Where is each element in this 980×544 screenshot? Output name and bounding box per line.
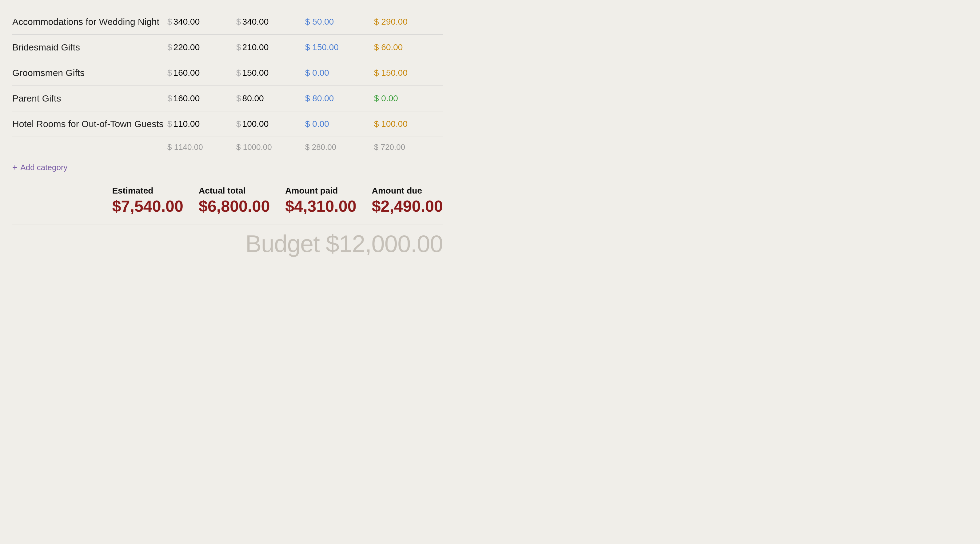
row-paid-0: $ 50.00 [305, 9, 374, 35]
dollar-icon: $ [236, 119, 241, 129]
row-name-2: Groomsmen Gifts [12, 60, 167, 86]
grand-budget: Budget $12,000.00 [12, 225, 443, 258]
subtotal-paid: $ 280.00 [305, 137, 374, 158]
footer-summary: Estimated $7,540.00 Actual total $6,800.… [12, 186, 443, 215]
main-container: Accommodations for Wedding Night $340.00… [12, 9, 443, 258]
summary-col-3: Amount due $2,490.00 [372, 186, 443, 215]
dollar-icon: $ [374, 17, 381, 27]
subtotals-row: $ 1140.00 $ 1000.00 $ 280.00 $ 720.00 [12, 137, 443, 158]
budget-table: Accommodations for Wedding Night $340.00… [12, 9, 443, 158]
dollar-icon: $ [305, 43, 312, 52]
row-paid-2: $ 0.00 [305, 60, 374, 86]
row-name-0: Accommodations for Wedding Night [12, 9, 167, 35]
row-actual-2: $150.00 [236, 60, 305, 86]
dollar-icon: $ [236, 68, 241, 78]
dollar-icon: $ [374, 68, 381, 78]
row-estimated-1: $220.00 [167, 35, 236, 60]
dollar-icon: $ [374, 94, 381, 103]
row-paid-4: $ 0.00 [305, 112, 374, 137]
subtotal-estimated: $ 1140.00 [167, 137, 236, 158]
dollar-icon: $ [374, 119, 381, 129]
row-due-4: $ 100.00 [374, 112, 443, 137]
table-row: Groomsmen Gifts $160.00 $150.00 $ 0.00 $… [12, 60, 443, 86]
row-name-3: Parent Gifts [12, 86, 167, 112]
row-due-2: $ 150.00 [374, 60, 443, 86]
plus-icon: + [12, 163, 17, 172]
summary-label-3: Amount due [372, 186, 443, 196]
summary-label-2: Amount paid [285, 186, 356, 196]
dollar-icon: $ [167, 119, 172, 129]
table-row: Parent Gifts $160.00 $80.00 $ 80.00 $ 0.… [12, 86, 443, 112]
summary-value-3: $2,490.00 [372, 197, 443, 215]
row-estimated-3: $160.00 [167, 86, 236, 112]
dollar-icon: $ [305, 94, 312, 103]
row-name-4: Hotel Rooms for Out-of-Town Guests [12, 112, 167, 137]
summary-label-1: Actual total [199, 186, 270, 196]
dollar-icon: $ [236, 43, 241, 52]
summary-label-0: Estimated [112, 186, 183, 196]
subtotal-due: $ 720.00 [374, 137, 443, 158]
row-actual-0: $340.00 [236, 9, 305, 35]
summary-value-2: $4,310.00 [285, 197, 356, 215]
subtotal-empty [12, 137, 167, 158]
add-category-button[interactable]: + Add category [12, 163, 68, 172]
row-actual-4: $100.00 [236, 112, 305, 137]
summary-col-0: Estimated $7,540.00 [112, 186, 183, 215]
dollar-icon: $ [305, 68, 312, 78]
row-estimated-4: $110.00 [167, 112, 236, 137]
dollar-icon: $ [167, 43, 172, 52]
summary-col-1: Actual total $6,800.00 [199, 186, 270, 215]
dollar-icon: $ [374, 43, 381, 52]
table-row: Bridesmaid Gifts $220.00 $210.00 $ 150.0… [12, 35, 443, 60]
dollar-icon: $ [167, 94, 172, 103]
dollar-icon: $ [305, 119, 312, 129]
subtotal-actual: $ 1000.00 [236, 137, 305, 158]
dollar-icon: $ [236, 94, 241, 103]
row-paid-1: $ 150.00 [305, 35, 374, 60]
add-category-row: + Add category [12, 158, 443, 180]
summary-col-2: Amount paid $4,310.00 [285, 186, 356, 215]
row-estimated-2: $160.00 [167, 60, 236, 86]
dollar-icon: $ [167, 17, 172, 27]
row-actual-3: $80.00 [236, 86, 305, 112]
table-row: Accommodations for Wedding Night $340.00… [12, 9, 443, 35]
row-due-3: $ 0.00 [374, 86, 443, 112]
dollar-icon: $ [236, 17, 241, 27]
dollar-icon: $ [167, 68, 172, 78]
table-row: Hotel Rooms for Out-of-Town Guests $110.… [12, 112, 443, 137]
row-due-0: $ 290.00 [374, 9, 443, 35]
row-estimated-0: $340.00 [167, 9, 236, 35]
row-paid-3: $ 80.00 [305, 86, 374, 112]
summary-value-1: $6,800.00 [199, 197, 270, 215]
summary-value-0: $7,540.00 [112, 197, 183, 215]
row-due-1: $ 60.00 [374, 35, 443, 60]
dollar-icon: $ [305, 17, 312, 27]
row-name-1: Bridesmaid Gifts [12, 35, 167, 60]
add-category-label: Add category [20, 163, 67, 172]
budget-table-wrapper: Accommodations for Wedding Night $340.00… [12, 9, 443, 258]
row-actual-1: $210.00 [236, 35, 305, 60]
